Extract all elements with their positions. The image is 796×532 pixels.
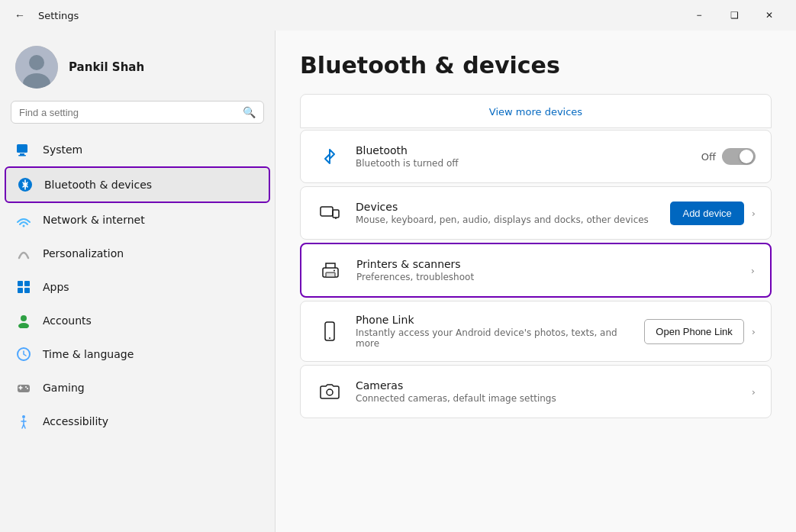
page-title: Bluetooth & devices: [300, 52, 772, 79]
system-icon: [15, 141, 32, 158]
svg-rect-10: [24, 281, 30, 286]
minimize-button[interactable]: −: [682, 3, 717, 27]
add-device-button[interactable]: Add device: [670, 202, 743, 225]
phonelink-card-text: Phone Link Instantly access your Android…: [356, 314, 632, 349]
cameras-chevron-icon: ›: [752, 386, 756, 398]
printers-chevron-icon: ›: [751, 265, 755, 276]
svg-point-28: [327, 389, 333, 395]
sidebar-item-time[interactable]: Time & language: [5, 337, 270, 371]
printer-card-icon: [317, 256, 344, 284]
phonelink-card-title: Phone Link: [356, 314, 632, 326]
sidebar-item-personalization-label: Personalization: [43, 247, 124, 260]
bluetooth-card-action: Off: [701, 148, 756, 165]
svg-point-18: [27, 388, 28, 389]
devices-card-action: Add device ›: [670, 202, 756, 225]
printers-card-title: Printers & scanners: [356, 258, 739, 270]
bluetooth-toggle[interactable]: Off: [701, 148, 756, 165]
toggle-thumb: [740, 150, 753, 163]
phonelink-card-subtitle: Instantly access your Android device's p…: [356, 327, 632, 349]
svg-rect-11: [18, 288, 23, 293]
view-more-link[interactable]: View more devices: [489, 106, 582, 118]
svg-point-13: [21, 315, 27, 321]
open-phone-link-button[interactable]: Open Phone Link: [644, 319, 743, 344]
phonelink-chevron-icon: ›: [752, 326, 756, 337]
sidebar-item-network-label: Network & internet: [43, 214, 145, 226]
toggle-label: Off: [701, 151, 716, 163]
search-box[interactable]: 🔍: [11, 101, 264, 124]
view-more-bar: View more devices: [300, 94, 772, 128]
svg-rect-12: [24, 288, 30, 293]
sidebar-item-accessibility-label: Accessibility: [43, 415, 108, 427]
bluetooth-card[interactable]: Bluetooth Bluetooth is turned off Off: [300, 130, 772, 183]
sidebar-item-personalization[interactable]: Personalization: [5, 237, 270, 270]
svg-rect-4: [20, 153, 24, 155]
phonelink-card[interactable]: Phone Link Instantly access your Android…: [300, 301, 772, 362]
devices-card[interactable]: Devices Mouse, keyboard, pen, audio, dis…: [300, 186, 772, 240]
printers-card[interactable]: Printers & scanners Preferences, trouble…: [300, 243, 772, 298]
devices-chevron-icon: ›: [752, 208, 756, 219]
sidebar-item-apps-label: Apps: [43, 281, 69, 293]
sidebar-item-gaming[interactable]: Gaming: [5, 371, 270, 405]
time-icon: [15, 346, 32, 363]
phone-card-icon: [316, 318, 343, 345]
sidebar-item-system-label: System: [43, 143, 82, 156]
user-profile: Pankil Shah: [0, 31, 275, 101]
bluetooth-icon: ∗: [17, 176, 34, 193]
search-input[interactable]: [19, 107, 237, 118]
network-icon: [15, 211, 32, 228]
svg-rect-21: [333, 210, 339, 218]
printers-card-text: Printers & scanners Preferences, trouble…: [356, 258, 739, 282]
svg-point-27: [329, 337, 330, 339]
toggle-track[interactable]: [722, 148, 756, 165]
maximize-button[interactable]: ❑: [717, 3, 752, 27]
sidebar-item-accessibility[interactable]: Accessibility: [5, 405, 270, 438]
sidebar-item-gaming-label: Gaming: [43, 382, 85, 394]
svg-point-25: [334, 270, 335, 272]
devices-card-subtitle: Mouse, keyboard, pen, audio, displays an…: [356, 214, 658, 225]
cameras-card[interactable]: Cameras Connected cameras, default image…: [300, 365, 772, 418]
user-name: Pankil Shah: [69, 60, 144, 74]
main-content: Bluetooth & devices View more devices Bl…: [276, 31, 796, 532]
sidebar-item-apps[interactable]: Apps: [5, 270, 270, 304]
cameras-card-subtitle: Connected cameras, default image setting…: [356, 393, 740, 404]
svg-rect-5: [18, 155, 26, 156]
cameras-card-title: Cameras: [356, 379, 740, 392]
sidebar-item-system[interactable]: System: [5, 133, 270, 166]
sidebar: Pankil Shah 🔍 System: [0, 31, 275, 532]
cameras-card-text: Cameras Connected cameras, default image…: [356, 379, 740, 404]
svg-rect-24: [326, 272, 335, 277]
devices-card-title: Devices: [356, 201, 658, 213]
svg-point-22: [335, 218, 337, 219]
camera-card-icon: [316, 378, 343, 405]
bluetooth-card-title: Bluetooth: [356, 144, 689, 156]
avatar: [15, 46, 58, 89]
sidebar-item-accounts[interactable]: Accounts: [5, 304, 270, 337]
sidebar-item-time-label: Time & language: [43, 348, 134, 360]
sidebar-item-bluetooth[interactable]: ∗ Bluetooth & devices: [5, 166, 270, 203]
back-button[interactable]: ←: [9, 5, 31, 26]
bluetooth-card-icon: [316, 143, 343, 170]
sidebar-item-bluetooth-label: Bluetooth & devices: [44, 179, 152, 191]
svg-rect-9: [18, 281, 23, 286]
devices-card-text: Devices Mouse, keyboard, pen, audio, dis…: [356, 201, 658, 225]
sidebar-item-network[interactable]: Network & internet: [5, 203, 270, 237]
gaming-icon: [15, 379, 32, 396]
bluetooth-card-subtitle: Bluetooth is turned off: [356, 158, 689, 169]
close-button[interactable]: ✕: [752, 3, 787, 27]
svg-point-14: [18, 323, 29, 328]
titlebar: ← Settings − ❑ ✕: [0, 0, 796, 31]
svg-point-17: [25, 386, 27, 388]
personalization-icon: [15, 245, 32, 262]
accessibility-icon: [15, 413, 32, 430]
apps-icon: [15, 279, 32, 295]
svg-point-8: [23, 225, 25, 227]
svg-point-1: [29, 55, 44, 70]
phonelink-card-action: Open Phone Link ›: [644, 319, 756, 344]
cameras-card-action: ›: [752, 386, 756, 398]
nav-list: System ∗ Bluetooth & devices: [0, 133, 275, 438]
svg-point-19: [22, 415, 25, 418]
bluetooth-card-text: Bluetooth Bluetooth is turned off: [356, 144, 689, 169]
printers-card-action: ›: [751, 265, 755, 276]
search-icon: 🔍: [243, 106, 256, 118]
svg-rect-3: [17, 144, 27, 153]
